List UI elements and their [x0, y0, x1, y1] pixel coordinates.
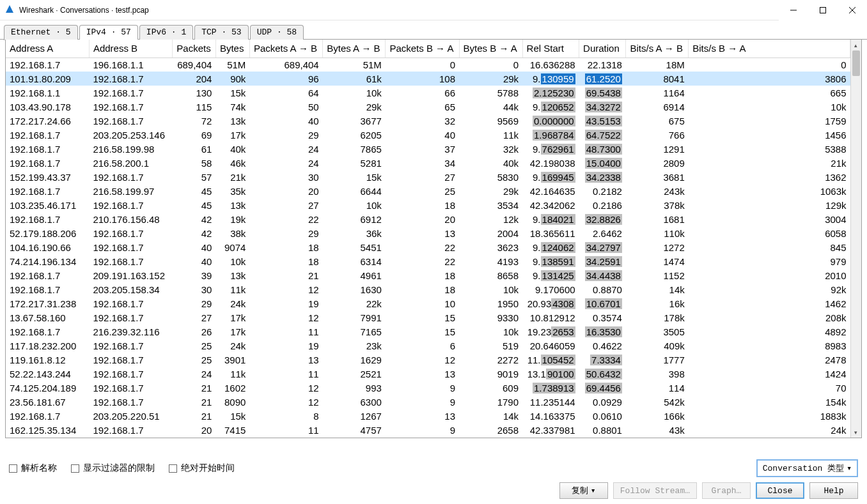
cell-a: 192.168.1.7	[6, 282, 89, 296]
table-row[interactable]: 192.168.1.7203.205.158.343011k1216301810…	[6, 282, 850, 296]
maximize-button[interactable]	[808, 0, 838, 20]
cell-relstart: 20.934308	[522, 296, 579, 310]
cell-a: 119.161.8.12	[6, 353, 89, 367]
cell-by: 19k	[215, 212, 249, 226]
table-row[interactable]: 103.235.46.171192.168.1.74513k2710k18353…	[6, 198, 850, 212]
copy-button[interactable]: 复制 ▾	[559, 482, 608, 499]
cell-bba: 12k	[459, 212, 522, 226]
cell-bba: 2658	[459, 423, 522, 437]
cell-a: 192.168.1.7	[6, 268, 89, 282]
conversation-type-dropdown[interactable]: Conversation 类型 ▾	[756, 459, 858, 477]
table-row[interactable]: 192.168.1.7216.239.32.1162617k1171651510…	[6, 325, 850, 339]
cell-bsab: 166k	[626, 409, 689, 423]
cell-bab: 61k	[323, 72, 386, 86]
cell-duration: 64.7522	[579, 128, 626, 142]
table-row[interactable]: 52.22.143.244192.168.1.72411k11252113901…	[6, 367, 850, 381]
table-row[interactable]: 119.161.8.12192.168.1.725390113162912227…	[6, 353, 850, 367]
resolve-names-checkbox[interactable]: 解析名称	[9, 462, 57, 474]
table-row[interactable]: 103.43.90.178192.168.1.711574k5029k6544k…	[6, 100, 850, 114]
table-row[interactable]: 192.168.1.7210.176.156.484219k2269122012…	[6, 212, 850, 226]
cell-duration: 69.4456	[579, 381, 626, 395]
minimize-button[interactable]	[779, 0, 808, 20]
tab-ipv4[interactable]: IPv4 · 57	[79, 25, 138, 40]
cell-relstart: 42.164635	[522, 184, 579, 198]
table-row[interactable]: 52.179.188.206192.168.1.74238k2936k13200…	[6, 226, 850, 240]
limit-filter-checkbox[interactable]: 显示过滤器的限制	[71, 462, 155, 474]
table-row[interactable]: 192.168.1.7196.168.1.1689,40451M689,4045…	[6, 57, 850, 72]
abs-start-checkbox[interactable]: 绝对开始时间	[169, 462, 235, 474]
cell-duration: 0.8801	[579, 423, 626, 437]
col-packets-a-b[interactable]: Packets A → B	[249, 40, 322, 57]
table-row[interactable]: 13.67.58.160192.168.1.72717k127991159330…	[6, 310, 850, 325]
table-row[interactable]: 162.125.35.134192.168.1.7207415114757926…	[6, 423, 850, 437]
cell-b: 192.168.1.7	[89, 353, 172, 367]
table-row[interactable]: 117.18.232.200192.168.1.72524k1923k65192…	[6, 339, 850, 353]
col-address-a[interactable]: Address A	[6, 40, 89, 57]
protocol-tabs: Ethernet · 5IPv4 · 57IPv6 · 1TCP · 53UDP…	[0, 20, 867, 40]
col-bytes-b-a[interactable]: Bytes B → A	[459, 40, 522, 57]
table-row[interactable]: 172.217.31.238192.168.1.72924k1922k10195…	[6, 296, 850, 310]
table-row[interactable]: 23.56.181.67192.168.1.721809012630091790…	[6, 395, 850, 409]
cell-by: 15k	[215, 409, 249, 423]
cell-bab: 6912	[323, 212, 386, 226]
cell-pba: 22	[386, 240, 459, 254]
cell-duration: 0.0610	[579, 409, 626, 423]
cell-bba: 9569	[459, 114, 522, 128]
scroll-up-arrow[interactable]: ▴	[851, 40, 861, 50]
col-duration[interactable]: Duration	[579, 40, 626, 57]
dialog-buttons: 复制 ▾ Follow Stream… Graph… Close Help	[9, 482, 858, 499]
col-packets[interactable]: Packets	[173, 40, 216, 57]
cell-bab: 993	[323, 381, 386, 395]
scroll-down-arrow[interactable]: ▾	[851, 427, 861, 438]
table-row[interactable]: 192.168.1.1192.168.1.713015k6410k6657882…	[6, 86, 850, 100]
col-bits-s-b-a[interactable]: Bits/s B → A	[689, 40, 850, 57]
cell-bab: 4757	[323, 423, 386, 437]
cell-bsab: 398	[626, 367, 689, 381]
cell-relstart: 9.184021	[522, 212, 579, 226]
table-row[interactable]: 192.168.1.7203.205.253.1466917k296205401…	[6, 128, 850, 142]
table-row[interactable]: 192.168.1.7216.58.200.15846k2452813440k4…	[6, 156, 850, 170]
table-row[interactable]: 74.214.196.134192.168.1.74010k1863142241…	[6, 254, 850, 268]
col-bytes-a-b[interactable]: Bytes A → B	[323, 40, 386, 57]
cell-bba: 40k	[459, 156, 522, 170]
cell-a: 172.217.31.238	[6, 296, 89, 310]
table-row[interactable]: 192.168.1.7216.58.199.974535k2066442529k…	[6, 184, 850, 198]
table-row[interactable]: 152.199.43.37192.168.1.75721k3015k275830…	[6, 170, 850, 184]
cell-pk: 689,404	[173, 57, 216, 72]
cell-duration: 48.7300	[579, 142, 626, 156]
cell-pba: 13	[386, 409, 459, 423]
table-row[interactable]: 192.168.1.7216.58.199.986140k2478653732k…	[6, 142, 850, 156]
cell-by: 13k	[215, 198, 249, 212]
table-row[interactable]: 192.168.1.7209.191.163.1523913k214961188…	[6, 268, 850, 282]
col-packets-b-a[interactable]: Packets B → A	[386, 40, 459, 57]
vertical-scrollbar[interactable]: ▴ ▾	[850, 40, 861, 438]
cell-b: 192.168.1.7	[89, 240, 172, 254]
tab-ipv6[interactable]: IPv6 · 1	[139, 25, 193, 40]
help-button[interactable]: Help	[809, 482, 858, 499]
col-address-b[interactable]: Address B	[89, 40, 172, 57]
table-row[interactable]: 74.125.204.189192.168.1.7211602129939609…	[6, 381, 850, 395]
tab-ethernet[interactable]: Ethernet · 5	[4, 25, 78, 40]
close-window-button[interactable]	[838, 0, 867, 20]
tab-udp[interactable]: UDP · 58	[250, 25, 304, 40]
col-bits-s-a-b[interactable]: Bits/s A → B	[626, 40, 689, 57]
col-bytes[interactable]: Bytes	[215, 40, 249, 57]
col-rel-start[interactable]: Rel Start	[522, 40, 579, 57]
cell-bba: 29k	[459, 184, 522, 198]
close-button[interactable]: Close	[756, 482, 804, 499]
table-row[interactable]: 104.16.190.66192.168.1.74090741854512236…	[6, 240, 850, 254]
cell-b: 192.168.1.7	[89, 72, 172, 86]
cell-relstart: 19.232653	[522, 325, 579, 339]
cell-b: 192.168.1.7	[89, 381, 172, 395]
tab-tcp[interactable]: TCP · 53	[194, 25, 248, 40]
table-row[interactable]: 172.217.24.66192.168.1.77213k40367732956…	[6, 114, 850, 128]
table-row[interactable]: 192.168.1.7203.205.220.512115k812671314k…	[6, 409, 850, 423]
svg-rect-1	[820, 7, 826, 13]
cell-a: 13.67.58.160	[6, 310, 89, 325]
cell-bba: 8658	[459, 268, 522, 282]
cell-duration: 50.6432	[579, 367, 626, 381]
cell-pk: 20	[173, 423, 216, 437]
cell-bsab: 766	[626, 128, 689, 142]
table-row[interactable]: 101.91.80.209192.168.1.720490k9661k10829…	[6, 72, 850, 86]
scrollbar-thumb[interactable]	[852, 50, 860, 76]
